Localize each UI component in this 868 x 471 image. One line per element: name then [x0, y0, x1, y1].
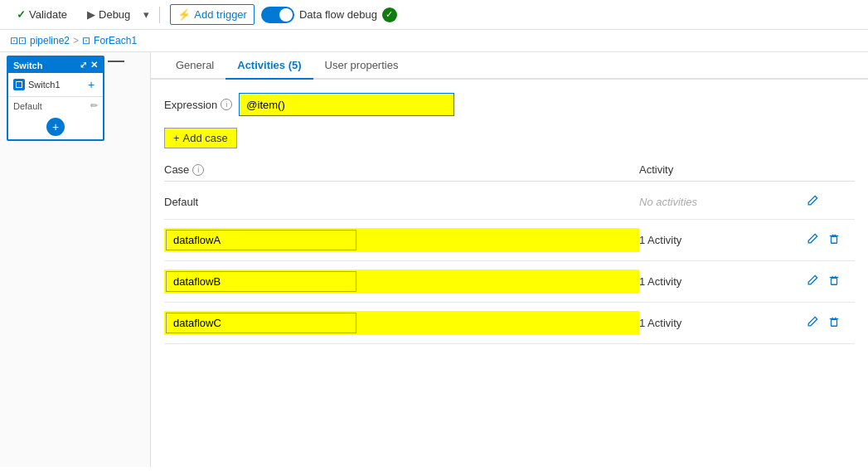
add-circle-container: + — [8, 118, 103, 136]
expression-info-icon: i — [221, 99, 232, 110]
case-input-dataflowB[interactable] — [166, 271, 356, 292]
switch-item-icon-inner — [16, 81, 22, 88]
svg-rect-9 — [832, 319, 837, 326]
default-row: Default ✏ — [8, 96, 103, 114]
toolbar: ✓ Validate ▶ Debug ▾ ⚡ Add trigger Data … — [0, 0, 868, 30]
svg-rect-0 — [832, 236, 837, 243]
toggle-knob — [279, 8, 293, 22]
default-edit-icon[interactable]: ✏ — [90, 100, 98, 111]
right-panel: General Activities (5) User properties E… — [151, 52, 868, 467]
debug-icon: ▶ — [87, 8, 95, 21]
lightning-icon: ⚡ — [177, 8, 191, 21]
validate-button[interactable]: ✓ Validate — [10, 5, 74, 24]
switch-add-button[interactable]: + — [85, 78, 98, 91]
add-trigger-label: Add trigger — [194, 8, 247, 21]
data-flow-debug-toggle[interactable] — [261, 7, 294, 23]
activity-cell-default: No activities — [639, 196, 805, 208]
case-cell-dataflowB — [164, 269, 639, 294]
data-flow-debug-toggle-container: Data flow debug ✓ — [261, 7, 397, 23]
pipeline-link[interactable]: pipeline2 — [30, 35, 70, 46]
actions-cell-dataflowB — [805, 273, 855, 290]
breadcrumb: ⊡⊡ pipeline2 > ⊡ ForEach1 — [0, 30, 868, 52]
case-input-dataflowA[interactable] — [166, 230, 356, 250]
pencil-icon-default — [807, 195, 818, 206]
switch-body: Switch1 + — [8, 73, 103, 96]
table-row-dataflowA: 1 Activity — [164, 220, 855, 261]
expression-label: Expression — [164, 99, 217, 111]
divider — [159, 7, 160, 23]
add-case-plus-icon: + — [173, 132, 180, 144]
default-label: Default — [13, 101, 42, 111]
expression-label-container: Expression i — [164, 99, 232, 111]
trash-icon-dataflowC — [828, 316, 840, 328]
edit-button-dataflowA[interactable] — [805, 231, 820, 249]
case-value-default: Default — [164, 196, 198, 208]
case-input-dataflowC[interactable] — [166, 313, 356, 333]
expression-row: Expression i — [164, 93, 855, 116]
table-row-dataflowC: 1 Activity — [164, 303, 855, 344]
add-trigger-button[interactable]: ⚡ Add trigger — [170, 4, 255, 25]
expression-input[interactable] — [239, 93, 454, 116]
activity-cell-dataflowA: 1 Activity — [639, 234, 805, 246]
switch-node-header: Switch ⤢ ✕ — [8, 57, 103, 73]
activity-value-dataflowC: 1 Activity — [639, 317, 681, 329]
activity-cell-dataflowB: 1 Activity — [639, 275, 805, 288]
case-cell-dataflowA — [164, 228, 639, 252]
debug-button[interactable]: ▶ Debug — [80, 5, 137, 24]
case-cell-dataflowC — [164, 311, 639, 335]
pencil-icon-dataflowC — [807, 316, 818, 328]
data-flow-debug-label: Data flow debug — [299, 8, 377, 21]
table-header: Case i Activity — [164, 158, 855, 182]
edit-button-dataflowB[interactable] — [805, 273, 820, 290]
validate-icon: ✓ — [17, 8, 26, 21]
main-area: Switch ⤢ ✕ Switch1 + De — [0, 52, 868, 467]
add-circle-button[interactable]: + — [46, 118, 65, 136]
svg-rect-5 — [832, 278, 837, 284]
dash-line — [108, 61, 124, 62]
tab-user-properties[interactable]: User properties — [313, 52, 410, 80]
delete-button-dataflowA[interactable] — [827, 231, 841, 249]
switch-item-icon — [13, 79, 25, 90]
pencil-icon-dataflowA — [807, 233, 818, 245]
case-cell-default: Default — [164, 196, 639, 208]
dropdown-arrow[interactable]: ▾ — [143, 8, 149, 21]
switch-item-label: Switch1 — [28, 80, 61, 90]
content-area: Expression i + Add case Case i — [151, 80, 868, 467]
validate-label: Validate — [29, 8, 67, 21]
table-row-dataflowB: 1 Activity — [164, 261, 855, 303]
activity-value-dataflowA: 1 Activity — [639, 234, 681, 246]
tabs: General Activities (5) User properties — [151, 52, 868, 80]
tab-general[interactable]: General — [164, 52, 225, 80]
col-case-header: Case i — [164, 163, 639, 176]
edit-button-default[interactable] — [805, 193, 820, 211]
table-row-default: Default No activities — [164, 185, 855, 220]
foreach-label: ForEach1 — [94, 35, 137, 46]
add-case-button[interactable]: + Add case — [164, 128, 237, 148]
debug-label: Debug — [99, 8, 130, 21]
activity-value-default: No activities — [639, 196, 697, 208]
canvas-area: Switch ⤢ ✕ Switch1 + De — [0, 52, 151, 467]
foreach-link[interactable]: ForEach1 — [94, 35, 137, 46]
actions-cell-default — [805, 193, 855, 211]
activity-cell-dataflowC: 1 Activity — [639, 317, 805, 329]
trash-icon-dataflowA — [828, 233, 840, 245]
actions-cell-dataflowA — [805, 231, 855, 249]
tab-activities[interactable]: Activities (5) — [225, 52, 313, 80]
pipeline-label: pipeline2 — [30, 35, 70, 46]
delete-button-dataflowC[interactable] — [827, 314, 841, 332]
activity-value-dataflowB: 1 Activity — [639, 275, 681, 288]
case-col-label: Case — [164, 163, 189, 176]
add-case-label: Add case — [183, 132, 228, 144]
maximize-icon[interactable]: ⤢ — [80, 60, 87, 70]
close-icon[interactable]: ✕ — [90, 60, 98, 70]
delete-button-dataflowB[interactable] — [827, 273, 841, 290]
actions-cell-dataflowC — [805, 314, 855, 332]
switch-node[interactable]: Switch ⤢ ✕ Switch1 + De — [7, 56, 104, 141]
pencil-icon-dataflowB — [807, 274, 818, 286]
foreach-icon: ⊡ — [82, 35, 90, 46]
col-activity-header: Activity — [639, 163, 805, 176]
trash-icon-dataflowB — [828, 274, 840, 286]
case-info-icon: i — [192, 164, 204, 176]
edit-button-dataflowC[interactable] — [805, 314, 820, 332]
activity-col-label: Activity — [639, 163, 673, 176]
